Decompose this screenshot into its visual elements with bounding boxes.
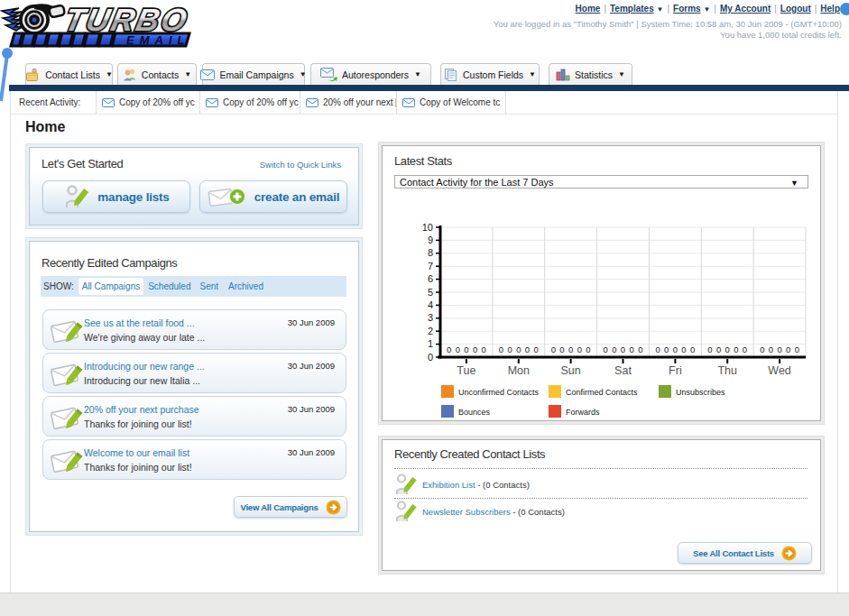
svg-text:0: 0 [577,345,582,354]
svg-text:0: 0 [533,345,538,354]
svg-text:0: 0 [551,345,556,354]
svg-text:0: 0 [769,345,773,354]
svg-text:10: 10 [422,222,433,233]
svg-text:0: 0 [673,345,678,354]
svg-text:0: 0 [716,345,721,354]
svg-text:0: 0 [428,352,433,363]
svg-text:0: 0 [690,345,695,354]
svg-text:Sun: Sun [560,364,580,377]
svg-text:0: 0 [743,345,747,354]
svg-text:9: 9 [428,234,433,245]
svg-text:0: 0 [516,345,521,354]
svg-text:1: 1 [428,338,433,349]
svg-text:0: 0 [734,345,738,354]
svg-text:4: 4 [428,299,433,310]
svg-text:0: 0 [482,345,486,354]
svg-text:6: 6 [428,273,433,284]
svg-text:0: 0 [786,345,790,354]
svg-text:0: 0 [525,345,530,354]
svg-text:0: 0 [473,345,477,354]
svg-text:Tue: Tue [457,364,475,377]
svg-text:0: 0 [447,345,451,354]
svg-text:Sat: Sat [614,364,632,377]
svg-text:0: 0 [456,345,460,354]
svg-text:0: 0 [655,345,660,354]
svg-text:0: 0 [568,345,573,354]
svg-text:Fri: Fri [669,364,682,377]
svg-text:0: 0 [604,345,608,354]
svg-text:0: 0 [725,345,730,354]
svg-text:0: 0 [664,345,669,354]
svg-text:0: 0 [621,345,625,354]
svg-text:0: 0 [586,345,590,354]
svg-text:Mon: Mon [508,364,530,377]
svg-text:3: 3 [428,312,433,323]
svg-text:0: 0 [507,345,512,354]
svg-text:7: 7 [428,261,433,271]
svg-text:0: 0 [559,345,564,354]
svg-text:5: 5 [428,287,433,298]
svg-text:EMAIL: EMAIL [126,33,189,47]
svg-text:0: 0 [760,345,764,354]
svg-text:0: 0 [777,345,781,354]
svg-text:0: 0 [638,345,642,354]
svg-text:0: 0 [499,345,503,354]
svg-text:Thu: Thu [717,364,737,377]
svg-text:0: 0 [795,345,799,354]
svg-text:8: 8 [428,247,433,258]
svg-text:2: 2 [428,326,433,336]
svg-text:0: 0 [707,345,712,354]
svg-text:0: 0 [681,345,686,354]
svg-text:TURBO: TURBO [61,2,192,37]
svg-text:0: 0 [629,345,633,354]
svg-text:0: 0 [464,345,468,354]
svg-text:0: 0 [612,345,616,354]
svg-text:Wed: Wed [768,364,791,377]
